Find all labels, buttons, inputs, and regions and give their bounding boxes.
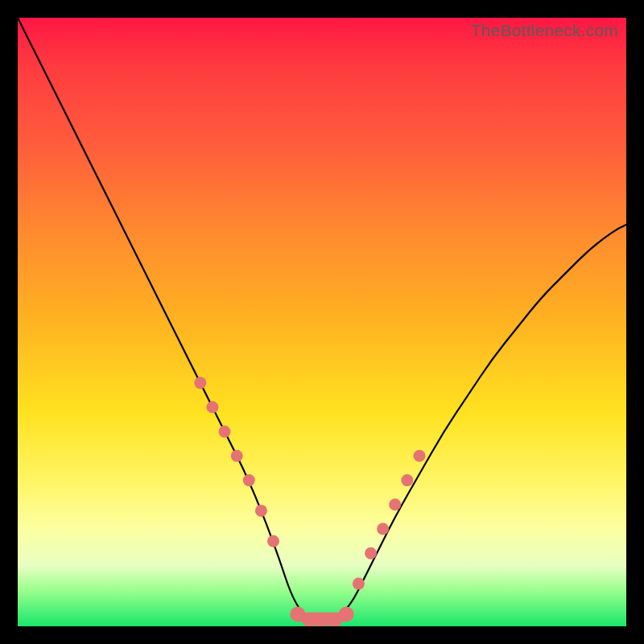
bottleneck-curve-path: [18, 18, 626, 619]
curve-marker: [353, 578, 365, 590]
plot-area: TheBottleneck.com: [18, 18, 626, 626]
curve-marker: [243, 474, 255, 486]
curve-marker: [194, 377, 206, 389]
curve-marker: [206, 401, 218, 413]
bottleneck-curve-svg: [18, 18, 626, 626]
curve-marker: [255, 505, 267, 517]
curve-marker: [389, 498, 401, 510]
curve-marker: [365, 547, 377, 559]
curve-marker: [377, 523, 389, 535]
curve-marker: [401, 474, 413, 486]
curve-marker: [267, 535, 279, 547]
curve-marker: [219, 426, 231, 438]
chart-frame: TheBottleneck.com: [0, 0, 644, 644]
curve-marker: [231, 450, 243, 462]
curve-marker: [414, 450, 426, 462]
curve-marker: [339, 606, 354, 621]
